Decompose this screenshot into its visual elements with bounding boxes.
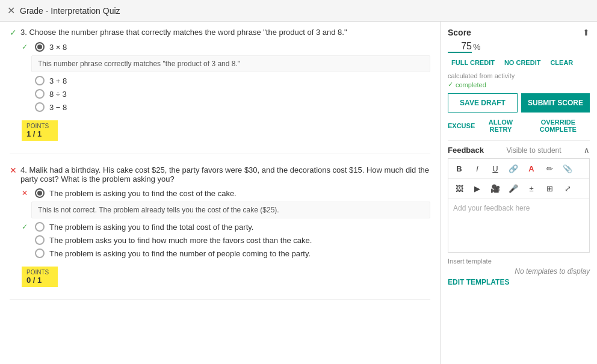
- radio-button[interactable]: [35, 235, 45, 245]
- expand-icon[interactable]: ⬆: [583, 28, 590, 37]
- option-text: 3 × 8: [49, 43, 67, 52]
- radio-button[interactable]: [35, 188, 45, 198]
- feedback-label: Feedback: [448, 146, 484, 155]
- full-credit-button[interactable]: FULL CREDIT: [448, 57, 498, 69]
- radio-button[interactable]: [35, 42, 45, 52]
- option-row: The problem asks you to find how much mo…: [10, 235, 430, 245]
- no-templates-text: No templates to display: [448, 267, 590, 276]
- score-input-row: %: [448, 41, 590, 53]
- score-panel: Score ⬆ % FULL CREDIT NO CREDIT CLEAR ca…: [441, 22, 597, 364]
- score-title: Score: [448, 28, 471, 37]
- main-content: ✓ 3. Choose the number phrase that corre…: [0, 22, 597, 364]
- question-text-3: 3. Choose the number phrase that correct…: [20, 28, 430, 37]
- points-badge-4: Points 0 / 1: [22, 267, 58, 287]
- option-text: The problem is asking you to find the co…: [49, 189, 237, 198]
- close-icon[interactable]: ✕: [7, 5, 15, 16]
- option-check-icon: ✓: [22, 223, 30, 231]
- radio-button[interactable]: [35, 89, 45, 99]
- title-bar: ✕ Grade - Interpretation Quiz: [0, 0, 597, 22]
- option-text: The problem asks you to find how much mo…: [49, 236, 312, 245]
- insert-template-label: Insert template: [448, 258, 590, 265]
- option-x-icon: ✕: [22, 189, 30, 197]
- editor-toolbar: B i U 🔗 A ✏ 📎 🖼 ▶ 🎥 🎤 ± ⊞: [448, 158, 590, 199]
- option-text: The problem is asking you to find the nu…: [49, 249, 311, 258]
- feedback-editor-area[interactable]: Add your feedback here: [448, 199, 590, 253]
- attach-button[interactable]: 📎: [560, 161, 575, 176]
- window-title: Grade - Interpretation Quiz: [20, 6, 120, 16]
- link-button[interactable]: 🔗: [506, 161, 521, 176]
- question-block-3: ✓ 3. Choose the number phrase that corre…: [10, 28, 430, 153]
- math-button[interactable]: ±: [524, 181, 539, 196]
- question-header-4: ✕ 4. Malik had a birthday. His cake cost…: [10, 165, 430, 184]
- table-button[interactable]: ⊞: [542, 181, 557, 196]
- question-text-4: 4. Malik had a birthday. His cake cost $…: [20, 165, 430, 184]
- app-window: ✕ Grade - Interpretation Quiz ✓ 3. Choos…: [0, 0, 597, 364]
- points-badge-3: Points 1 / 1: [22, 120, 58, 141]
- radio-button[interactable]: [35, 76, 45, 85]
- option-row: 3 + 8: [10, 76, 430, 85]
- credit-buttons: FULL CREDIT NO CREDIT CLEAR: [448, 57, 590, 69]
- option-row: ✓ The problem is asking you to find the …: [10, 222, 430, 232]
- radio-button[interactable]: [35, 248, 45, 258]
- option-text: The problem is asking you to find the to…: [49, 223, 253, 232]
- marker-button[interactable]: ✏: [542, 161, 557, 176]
- highlight-button[interactable]: A: [524, 161, 539, 176]
- questions-panel: ✓ 3. Choose the number phrase that corre…: [0, 22, 441, 364]
- insert-template-section: Insert template No templates to display …: [448, 258, 590, 289]
- score-header: Score ⬆: [448, 28, 590, 37]
- radio-button[interactable]: [35, 102, 45, 112]
- allow-retry-button[interactable]: ALLOW RETRY: [480, 117, 521, 134]
- option-row: 8 ÷ 3: [10, 89, 430, 99]
- feedback-placeholder: Add your feedback here: [453, 204, 530, 212]
- incorrect-icon-4: ✕: [10, 165, 17, 175]
- override-complete-button[interactable]: OVERRIDE COMPLETE: [527, 117, 590, 134]
- question-block-4: ✕ 4. Malik had a birthday. His cake cost…: [10, 165, 430, 300]
- calculated-from-label: calculated from activity: [448, 72, 590, 79]
- audio-button[interactable]: 🎤: [506, 181, 521, 196]
- option-feedback: This is not correct. The problem already…: [31, 202, 430, 218]
- submit-score-button[interactable]: SUBMIT SCORE: [521, 93, 590, 113]
- small-link-buttons: EXCUSE ALLOW RETRY OVERRIDE COMPLETE: [448, 117, 590, 134]
- underline-button[interactable]: U: [488, 161, 503, 176]
- radio-button[interactable]: [35, 222, 45, 232]
- option-feedback: This number phrase correctly matches "th…: [31, 55, 430, 72]
- check-icon: ✓: [448, 81, 453, 88]
- image-button[interactable]: 🖼: [452, 181, 466, 196]
- toolbar-row-1: B i U 🔗 A ✏ 📎: [448, 159, 589, 179]
- edit-templates-button[interactable]: EDIT TEMPLATES: [448, 276, 509, 289]
- video-button[interactable]: ▶: [470, 181, 484, 196]
- bold-button[interactable]: B: [452, 161, 466, 176]
- option-row: 3 − 8: [10, 102, 430, 112]
- toolbar-row-2: 🖼 ▶ 🎥 🎤 ± ⊞ ⤢: [448, 179, 589, 199]
- italic-button[interactable]: i: [470, 161, 484, 176]
- excuse-button[interactable]: EXCUSE: [448, 117, 475, 134]
- option-row: ✓ 3 × 8: [10, 42, 430, 52]
- media-button[interactable]: 🎥: [488, 181, 503, 196]
- fullscreen-button[interactable]: ⤢: [560, 181, 575, 196]
- score-input[interactable]: [448, 41, 472, 53]
- option-check-icon: ✓: [22, 43, 30, 51]
- feedback-section: Feedback Visible to student ∧ B i U 🔗 A …: [448, 140, 590, 289]
- option-row: The problem is asking you to find the nu…: [10, 248, 430, 258]
- completed-badge: ✓ completed: [448, 81, 590, 88]
- collapse-icon[interactable]: ∧: [584, 146, 590, 155]
- clear-button[interactable]: CLEAR: [546, 57, 577, 69]
- action-buttons: SAVE DRAFT SUBMIT SCORE: [448, 93, 590, 113]
- option-row: ✕ The problem is asking you to find the …: [10, 188, 430, 198]
- correct-icon-3: ✓: [10, 28, 17, 37]
- option-text: 8 ÷ 3: [49, 90, 67, 99]
- visible-to-student-label: Visible to student: [506, 146, 561, 155]
- score-percent-symbol: %: [473, 42, 480, 52]
- option-text: 3 − 8: [49, 103, 67, 112]
- feedback-header: Feedback Visible to student ∧: [448, 146, 590, 155]
- question-header-3: ✓ 3. Choose the number phrase that corre…: [10, 28, 430, 37]
- option-text: 3 + 8: [49, 76, 67, 85]
- save-draft-button[interactable]: SAVE DRAFT: [448, 93, 518, 113]
- no-credit-button[interactable]: NO CREDIT: [501, 57, 545, 69]
